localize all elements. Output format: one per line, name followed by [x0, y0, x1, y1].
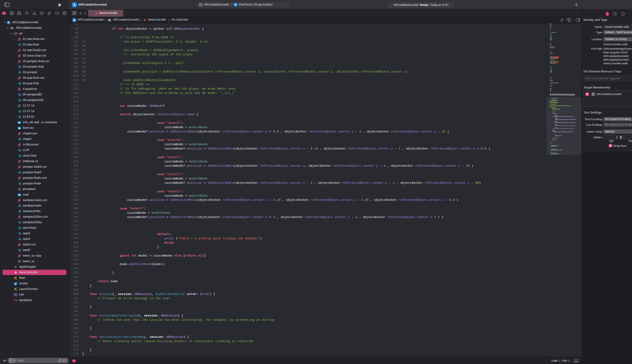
svg-text:{“}: {“}	[14, 298, 18, 302]
svg-text:?: ?	[622, 13, 624, 15]
